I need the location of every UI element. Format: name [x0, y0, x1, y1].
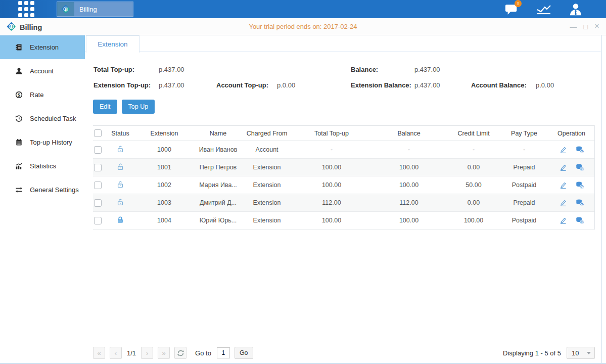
edit-row-icon[interactable] [559, 163, 567, 171]
extension-balance-label: Extension Balance: [351, 81, 414, 89]
row-checkbox[interactable] [94, 217, 102, 224]
billing-diamond-icon: $ [57, 2, 74, 16]
window-titlebar: $ Billing Your trial period ends on: 201… [0, 18, 606, 35]
edit-row-icon[interactable] [559, 216, 567, 224]
unlocked-icon[interactable] [116, 180, 124, 189]
refresh-icon[interactable] [174, 347, 187, 359]
sidebar-item-general-settings[interactable]: General Settings [0, 178, 85, 202]
tab-extension[interactable]: Extension [86, 35, 139, 53]
top-up-button[interactable]: Top Up [122, 100, 155, 114]
cell-balance: 100.00 [370, 164, 447, 171]
prev-page-button[interactable]: ‹ [110, 347, 122, 359]
topup-row-icon[interactable]: $ [576, 199, 584, 207]
sidebar-item-label: Scheduled Task [30, 115, 76, 122]
user-icon [15, 67, 23, 75]
stats-icon [15, 162, 23, 170]
messages-icon[interactable]: ! [504, 2, 520, 16]
apps-grid-icon[interactable] [17, 2, 36, 17]
unlocked-icon[interactable] [116, 145, 124, 153]
cell-name: Мария Ива... [195, 181, 241, 189]
total-topup-label: Total Top-up: [94, 66, 159, 73]
displaying-text: Displaying 1 - 5 of 5 [503, 349, 561, 357]
column-header: Extension [133, 130, 195, 137]
cell-credit-limit: 0.00 [447, 199, 500, 206]
cell-pay-type: - [500, 146, 548, 153]
cell-charged-from: Extension [241, 217, 293, 224]
minimize-button[interactable]: — [570, 22, 577, 31]
cell-name: Петр Петров [195, 164, 241, 171]
statistics-chart-icon[interactable] [536, 2, 552, 16]
cell-pay-type: Postpaid [500, 217, 548, 224]
close-button[interactable]: × [594, 22, 599, 31]
sidebar-item-label: Account [30, 67, 54, 75]
table-row: 1003Дмитрий Д...Extension112.00112.000.0… [93, 194, 594, 212]
sidebar-item-label: Rate [30, 91, 43, 99]
row-checkbox[interactable] [94, 199, 102, 207]
row-checkbox[interactable] [94, 181, 102, 189]
cell-extension: 1004 [133, 217, 195, 224]
unlocked-icon[interactable] [116, 163, 124, 171]
svg-text:$: $ [18, 92, 21, 97]
sidebar-item-label: Top-up History [30, 139, 72, 146]
sidebar: ExtensionAccount$RateScheduled TaskTop-u… [0, 35, 85, 364]
column-header: Pay Type [500, 130, 548, 137]
taskbar-billing-tab[interactable]: $ Billing [57, 2, 133, 17]
topup-row-icon[interactable]: $ [576, 146, 584, 154]
main-panel: Extension Total Top-up: p.437.00 Extensi… [85, 35, 606, 364]
user-account-icon[interactable] [568, 2, 584, 16]
cell-total-topup: 100.00 [293, 181, 370, 189]
sidebar-item-topup-history[interactable]: Top-up History [0, 130, 85, 154]
panel-right-edge [601, 35, 601, 364]
messages-badge: ! [515, 0, 522, 7]
edit-row-icon[interactable] [559, 146, 567, 154]
last-page-button[interactable]: » [158, 347, 170, 359]
locked-icon[interactable] [116, 216, 124, 224]
edit-button[interactable]: Edit [93, 100, 117, 114]
svg-text:$: $ [581, 220, 583, 224]
dollar-icon: $ [15, 91, 23, 99]
svg-text:$: $ [64, 7, 67, 12]
edit-row-icon[interactable] [559, 181, 567, 189]
row-checkbox[interactable] [94, 146, 102, 154]
svg-text:$: $ [581, 167, 583, 171]
sidebar-item-account[interactable]: Account [0, 59, 85, 83]
sidebar-item-rate[interactable]: $Rate [0, 83, 85, 107]
row-checkbox[interactable] [94, 164, 102, 171]
extension-balance-value: p.437.00 [414, 81, 471, 89]
table-row: 1004Юрий Юрь...Extension100.00100.00100.… [93, 212, 594, 230]
table-header-row: StatusExtensionNameCharged FromTotal Top… [93, 125, 594, 141]
column-header: Credit Limit [447, 130, 500, 137]
cell-charged-from: Extension [241, 199, 293, 206]
cell-credit-limit: 50.00 [447, 181, 500, 189]
goto-page-input[interactable] [217, 347, 230, 358]
edit-row-icon[interactable] [559, 199, 567, 207]
first-page-button[interactable]: « [93, 347, 105, 359]
sidebar-item-statistics[interactable]: Statistics [0, 154, 85, 178]
go-button[interactable]: Go [235, 347, 253, 359]
settings-icon [15, 186, 23, 194]
cell-balance: - [370, 146, 447, 153]
table-row: 1002Мария Ива...Extension100.00100.0050.… [93, 176, 594, 194]
sidebar-item-label: General Settings [30, 186, 79, 194]
select-all-checkbox[interactable] [94, 129, 102, 137]
next-page-button[interactable]: › [141, 347, 153, 359]
svg-text:$: $ [581, 203, 583, 206]
cell-extension: 1002 [133, 181, 195, 189]
unlocked-icon[interactable] [116, 198, 124, 206]
table-row: 1000Иван ИвановAccount----$ [93, 141, 594, 159]
cell-total-topup: 100.00 [293, 217, 370, 224]
cell-total-topup: 112.00 [293, 199, 370, 206]
sidebar-item-extension[interactable]: Extension [0, 35, 85, 59]
column-header: Balance [370, 130, 447, 137]
column-header: Charged From [241, 130, 293, 137]
summary-section: Total Top-up: p.437.00 Extension Top-up:… [93, 62, 595, 93]
page-size-select[interactable]: 10 [567, 347, 595, 359]
account-topup-value: p.0.00 [277, 81, 295, 89]
cell-total-topup: 100.00 [293, 164, 370, 171]
topup-row-icon[interactable]: $ [576, 163, 584, 171]
topup-row-icon[interactable]: $ [576, 181, 584, 189]
extension-topup-value: p.437.00 [159, 81, 216, 89]
sidebar-item-scheduled-task[interactable]: Scheduled Task [0, 107, 85, 130]
maximize-button[interactable]: □ [584, 22, 588, 31]
topup-row-icon[interactable]: $ [576, 216, 584, 224]
